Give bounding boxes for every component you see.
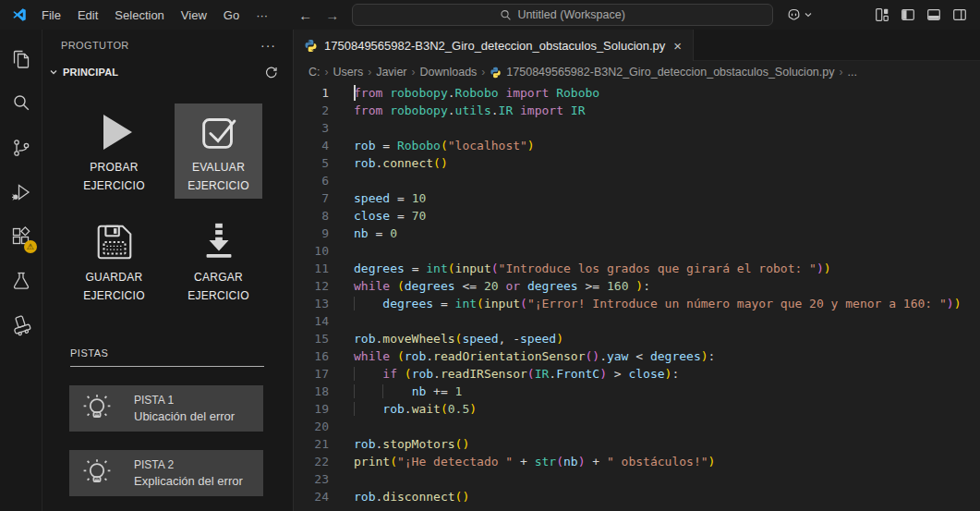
code-line[interactable]: 17 if (rob.readIRSensor(IR.FrontC) > clo… bbox=[294, 365, 980, 383]
line-number: 23 bbox=[294, 470, 329, 488]
code-line[interactable]: 11degrees = int(input("Introduce los gra… bbox=[294, 260, 980, 277]
code-line[interactable]: 19 rob.wait(0.5) bbox=[294, 400, 980, 418]
breadcrumb-file[interactable]: 1750849565982-B3N2_Giro_deteccion_obstac… bbox=[490, 66, 834, 79]
source-control-icon[interactable] bbox=[0, 126, 42, 170]
probar-label-2: EJERCICIO bbox=[83, 176, 145, 195]
menu-go[interactable]: Go bbox=[215, 6, 248, 25]
pista-1-card[interactable]: PISTA 1 Ubicación del error bbox=[69, 385, 263, 432]
sidebar-progtutor: PROGTUTOR ··· PRINCIPAL PROBAR EJERCICIO bbox=[42, 30, 294, 511]
code-line-text: from robobopy.Robobo import Robobo bbox=[354, 84, 599, 102]
code-line[interactable]: 13 degrees = int(input("¡Error! Introduc… bbox=[294, 295, 980, 312]
code-line[interactable]: 8close = 70 bbox=[294, 207, 980, 225]
command-center-search[interactable]: Untitled (Workspace) bbox=[352, 4, 773, 26]
code-line[interactable]: 15rob.moveWheels(speed, -speed) bbox=[294, 330, 980, 347]
breadcrumb-users[interactable]: Users bbox=[333, 66, 364, 79]
breadcrumb: C:› Users› Javier› Downloads› 1750849565… bbox=[294, 61, 980, 83]
menu-view[interactable]: View bbox=[173, 6, 215, 25]
line-number: 2 bbox=[294, 102, 329, 119]
menu-file[interactable]: File bbox=[33, 6, 69, 25]
code-editor[interactable]: 1from robobopy.Robobo import Robobo2from… bbox=[294, 83, 980, 511]
code-line-text: rob.disconnect() bbox=[354, 488, 469, 505]
robobo-extension-icon[interactable] bbox=[0, 303, 42, 347]
code-line-text: while (rob.readOrientationSensor().yaw <… bbox=[354, 347, 715, 365]
evaluar-label-1: EVALUAR bbox=[192, 158, 245, 176]
line-number: 9 bbox=[294, 225, 329, 242]
cargar-label-1: CARGAR bbox=[194, 268, 243, 286]
editor-group: 1750849565982-B3N2_Giro_deteccion_obstac… bbox=[294, 30, 980, 511]
forward-arrow-icon[interactable]: → bbox=[325, 7, 339, 23]
line-number: 16 bbox=[294, 347, 329, 365]
exercise-buttons: PROBAR EJERCICIO EVALUAR EJERCICIO GUARD… bbox=[42, 83, 293, 309]
menu-edit[interactable]: Edit bbox=[69, 6, 106, 25]
vscode-window: File Edit Selection View Go ··· ← → Unti… bbox=[0, 0, 980, 511]
tab-solution-file[interactable]: 1750849565982-B3N2_Giro_deteccion_obstac… bbox=[294, 30, 694, 61]
code-line-text: degrees = int(input("Introduce los grado… bbox=[354, 260, 831, 277]
line-number: 3 bbox=[294, 119, 329, 137]
activity-bar: ⚠ bbox=[0, 30, 42, 511]
line-number: 4 bbox=[294, 137, 329, 154]
copilot-menu[interactable] bbox=[786, 7, 813, 23]
line-number: 15 bbox=[294, 330, 329, 347]
guardar-ejercicio-button[interactable]: GUARDAR EJERCICIO bbox=[70, 213, 158, 309]
code-line[interactable]: 14 bbox=[294, 312, 980, 330]
breadcrumb-downloads[interactable]: Downloads bbox=[420, 66, 478, 79]
code-line[interactable]: 6 bbox=[294, 172, 980, 189]
evaluar-ejercicio-button[interactable]: EVALUAR EJERCICIO bbox=[175, 103, 262, 199]
pista-1-title: PISTA 1 bbox=[134, 393, 235, 408]
guardar-label-2: EJERCICIO bbox=[83, 286, 145, 305]
code-line[interactable]: 7speed = 10 bbox=[294, 189, 980, 207]
code-line[interactable]: 23 bbox=[294, 470, 980, 488]
title-bar: File Edit Selection View Go ··· ← → Unti… bbox=[0, 0, 980, 30]
code-line[interactable]: 9nb = 0 bbox=[294, 225, 980, 242]
extensions-icon[interactable]: ⚠ bbox=[0, 214, 42, 259]
line-number: 24 bbox=[294, 488, 329, 505]
line-number: 21 bbox=[294, 435, 329, 453]
code-line[interactable]: 4rob = Robobo("localhost") bbox=[294, 137, 980, 154]
line-number: 8 bbox=[294, 207, 329, 225]
code-line[interactable]: 12while (degrees <= 20 or degrees >= 160… bbox=[294, 277, 980, 295]
code-line[interactable]: 5rob.connect() bbox=[294, 154, 980, 172]
toggle-primary-sidebar-icon[interactable] bbox=[901, 7, 915, 22]
explorer-icon[interactable] bbox=[0, 37, 42, 81]
refresh-icon[interactable] bbox=[264, 66, 278, 79]
section-principal-header[interactable]: PRINCIPAL bbox=[42, 61, 293, 83]
code-line[interactable]: 20 bbox=[294, 418, 980, 435]
back-arrow-icon[interactable]: ← bbox=[298, 7, 312, 23]
code-line[interactable]: 21rob.stopMotors() bbox=[294, 435, 980, 453]
cargar-label-2: EJERCICIO bbox=[188, 286, 249, 305]
line-number: 7 bbox=[294, 189, 329, 207]
code-line[interactable]: 16while (rob.readOrientationSensor().yaw… bbox=[294, 347, 980, 365]
code-line-text: nb = 0 bbox=[354, 225, 397, 242]
cargar-ejercicio-button[interactable]: CARGAR EJERCICIO bbox=[175, 213, 262, 309]
testing-icon[interactable] bbox=[0, 259, 42, 303]
save-floppy-icon bbox=[92, 218, 137, 266]
code-line-text: rob.moveWheels(speed, -speed) bbox=[354, 330, 563, 347]
code-line-text: rob.connect() bbox=[354, 154, 448, 172]
toggle-panel-icon[interactable] bbox=[926, 7, 941, 22]
run-debug-icon[interactable] bbox=[0, 170, 42, 214]
code-line[interactable]: 10 bbox=[294, 242, 980, 260]
code-line-text: print("¡He detectado " + str(nb) + " obs… bbox=[354, 453, 715, 470]
toggle-secondary-sidebar-icon[interactable] bbox=[952, 7, 967, 22]
code-line[interactable]: 22print("¡He detectado " + str(nb) + " o… bbox=[294, 453, 980, 470]
customize-layout-icon[interactable] bbox=[875, 7, 889, 22]
code-line[interactable]: 2from robobopy.utils.IR import IR bbox=[294, 102, 980, 119]
breadcrumb-javier[interactable]: Javier bbox=[376, 66, 406, 79]
menu-selection[interactable]: Selection bbox=[106, 6, 172, 25]
breadcrumb-symbol-tail[interactable]: ... bbox=[847, 66, 856, 79]
code-line[interactable]: 3 bbox=[294, 119, 980, 137]
pista-2-card[interactable]: PISTA 2 Explicación del error bbox=[69, 450, 263, 496]
menu-overflow-icon[interactable]: ··· bbox=[248, 6, 276, 25]
probar-ejercicio-button[interactable]: PROBAR EJERCICIO bbox=[70, 103, 158, 199]
breadcrumb-drive[interactable]: C: bbox=[309, 66, 321, 79]
line-number: 5 bbox=[294, 154, 329, 172]
tab-close-icon[interactable]: × bbox=[671, 38, 684, 54]
chevron-down-icon bbox=[804, 10, 813, 19]
code-line[interactable]: 1from robobopy.Robobo import Robobo bbox=[294, 84, 980, 102]
line-number: 12 bbox=[294, 277, 329, 295]
pistas-heading: PISTAS bbox=[70, 347, 264, 367]
sidebar-more-actions-icon[interactable]: ··· bbox=[260, 38, 276, 53]
search-view-icon[interactable] bbox=[0, 81, 42, 126]
code-line[interactable]: 18 nb += 1 bbox=[294, 383, 980, 400]
code-line[interactable]: 24rob.disconnect() bbox=[294, 488, 980, 505]
